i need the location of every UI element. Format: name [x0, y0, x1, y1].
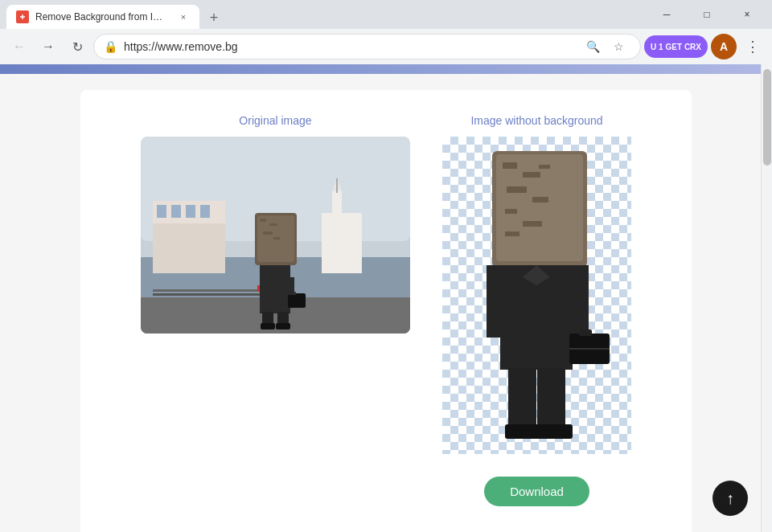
- svg-rect-12: [200, 205, 210, 218]
- svg-rect-29: [273, 237, 280, 239]
- svg-rect-15: [332, 191, 342, 215]
- svg-rect-43: [505, 209, 517, 214]
- tab-bar: Remove Background from Image × +: [6, 0, 642, 29]
- svg-rect-41: [507, 186, 527, 193]
- tab-title: Remove Background from Image: [35, 11, 170, 23]
- forward-button[interactable]: →: [35, 34, 61, 59]
- svg-rect-14: [322, 213, 362, 273]
- svg-rect-49: [487, 265, 503, 338]
- main-content: Original image: [0, 74, 772, 532]
- svg-rect-33: [276, 323, 290, 329]
- svg-rect-46: [539, 165, 550, 169]
- browser-chrome: Remove Background from Image × + ─ □ × ←…: [0, 0, 772, 64]
- extensions-area: U 1 GET CRX A ⋮: [644, 34, 766, 59]
- original-label: Original image: [239, 114, 311, 127]
- svg-rect-26: [260, 219, 266, 222]
- lock-icon: 🔒: [104, 40, 117, 53]
- scroll-to-top-button[interactable]: ↑: [712, 481, 748, 516]
- window-controls: ─ □ ×: [648, 2, 766, 27]
- ext-label: GET CRX: [666, 43, 701, 51]
- scroll-thumb[interactable]: [763, 69, 771, 166]
- address-bar[interactable]: 🔒 https://www.remove.bg 🔍 ☆: [93, 34, 641, 59]
- close-button[interactable]: ×: [729, 2, 766, 27]
- svg-rect-34: [288, 293, 306, 308]
- tab-favicon: [16, 10, 29, 23]
- svg-rect-27: [269, 223, 277, 226]
- original-image-section: Original image: [141, 114, 410, 334]
- processed-image: [442, 137, 631, 454]
- extension-button[interactable]: U 1 GET CRX: [644, 35, 708, 58]
- svg-rect-53: [569, 348, 610, 350]
- svg-rect-55: [537, 368, 565, 431]
- ext-badge: U 1: [651, 43, 663, 51]
- processed-label: Image without background: [470, 114, 602, 127]
- svg-rect-57: [536, 424, 573, 439]
- search-icon[interactable]: 🔍: [582, 35, 605, 58]
- original-image: [141, 137, 410, 334]
- svg-rect-42: [532, 197, 548, 203]
- address-icons: 🔍 ☆: [582, 35, 630, 58]
- tab-close-button[interactable]: ×: [177, 10, 190, 23]
- title-bar: Remove Background from Image × + ─ □ ×: [0, 0, 772, 29]
- back-button[interactable]: ←: [6, 34, 32, 59]
- svg-rect-45: [505, 231, 519, 236]
- svg-rect-32: [261, 323, 275, 329]
- bookmark-icon[interactable]: ☆: [608, 35, 630, 58]
- svg-rect-11: [186, 205, 195, 218]
- svg-rect-39: [503, 162, 517, 169]
- minimize-button[interactable]: ─: [648, 2, 685, 27]
- navigation-bar: ← → ↻ 🔒 https://www.remove.bg 🔍 ☆ U 1 GE…: [0, 29, 772, 64]
- processed-image-section: Image without background: [442, 114, 631, 506]
- images-row: Original image: [113, 114, 659, 506]
- svg-rect-40: [523, 172, 540, 178]
- url-text: https://www.remove.bg: [124, 40, 576, 53]
- new-tab-button[interactable]: +: [203, 6, 225, 29]
- svg-rect-28: [263, 231, 273, 235]
- chrome-menu-button[interactable]: ⋮: [740, 34, 766, 59]
- svg-rect-52: [579, 329, 592, 336]
- svg-rect-54: [508, 368, 536, 431]
- svg-rect-44: [523, 221, 542, 227]
- maximize-button[interactable]: □: [688, 2, 725, 27]
- reload-button[interactable]: ↻: [64, 34, 90, 59]
- svg-rect-36: [288, 277, 294, 295]
- profile-button[interactable]: A: [711, 34, 737, 59]
- active-tab[interactable]: Remove Background from Image ×: [6, 5, 199, 29]
- svg-rect-13: [153, 223, 225, 273]
- processed-image-container: [442, 137, 631, 454]
- svg-rect-10: [171, 205, 181, 218]
- download-button[interactable]: Download: [484, 477, 589, 506]
- svg-rect-38: [496, 154, 583, 261]
- svg-rect-17: [336, 178, 338, 193]
- svg-rect-9: [157, 205, 166, 218]
- svg-rect-50: [573, 265, 589, 338]
- main-card: Original image: [80, 90, 692, 532]
- scrollbar[interactable]: [761, 64, 772, 532]
- svg-rect-23: [260, 261, 290, 313]
- brand-banner: [0, 64, 772, 74]
